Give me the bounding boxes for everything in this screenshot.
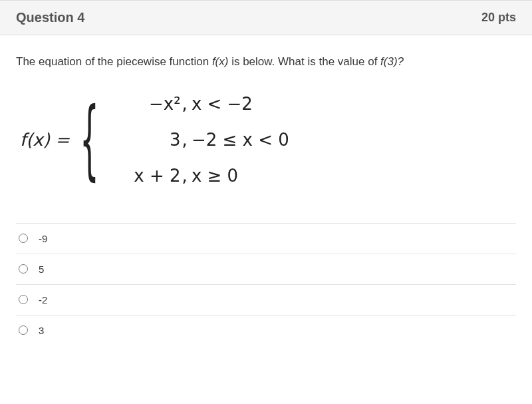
choice-radio[interactable] [19, 325, 28, 335]
case-comma: , [182, 130, 188, 150]
answer-choices: -9 5 -2 3 [16, 223, 516, 345]
question-header: Question 4 20 pts [0, 0, 532, 35]
prompt-lead: The equation of the piecewise function [16, 55, 212, 68]
choice-radio[interactable] [19, 264, 28, 274]
case-comma: , [182, 166, 188, 186]
case-expr: x + 2 [106, 166, 181, 186]
prompt-fof: f(3)? [380, 55, 404, 68]
question-points: 20 pts [481, 11, 516, 25]
choice-row[interactable]: -2 [16, 285, 516, 315]
choice-label: -9 [39, 233, 47, 244]
piecewise-function: f(x) = { −x², x < −2 3, −2 ≤ x < 0 x + 2… [20, 94, 512, 186]
choice-label: 3 [39, 325, 44, 336]
prompt-fx: f(x) [212, 55, 229, 68]
case-row: 3, −2 ≤ x < 0 [106, 130, 289, 150]
case-cond: −2 ≤ x < 0 [192, 130, 289, 150]
case-expr: 3 [106, 130, 181, 150]
question-title: Question 4 [16, 10, 84, 25]
choice-row[interactable]: 3 [16, 315, 516, 345]
case-cond: x < −2 [192, 94, 253, 114]
choice-label: 5 [39, 264, 44, 275]
choice-row[interactable]: -9 [16, 224, 516, 254]
piecewise-lhs: f(x) = [20, 130, 70, 150]
case-row: x + 2, x ≥ 0 [106, 166, 289, 186]
left-brace-icon: { [80, 109, 99, 170]
choice-label: -2 [39, 294, 47, 305]
choice-radio[interactable] [19, 295, 28, 304]
piecewise-cases: −x², x < −2 3, −2 ≤ x < 0 x + 2, x ≥ 0 [106, 94, 289, 186]
choice-radio[interactable] [19, 234, 28, 243]
prompt-mid: is below. What is the value of [228, 55, 380, 68]
choice-row[interactable]: 5 [16, 254, 516, 285]
case-comma: , [182, 94, 188, 114]
question-body: The equation of the piecewise function f… [0, 35, 532, 214]
case-cond: x ≥ 0 [192, 166, 238, 186]
case-row: −x², x < −2 [106, 94, 289, 114]
question-prompt: The equation of the piecewise function f… [16, 54, 516, 70]
case-expr: −x² [106, 94, 181, 114]
